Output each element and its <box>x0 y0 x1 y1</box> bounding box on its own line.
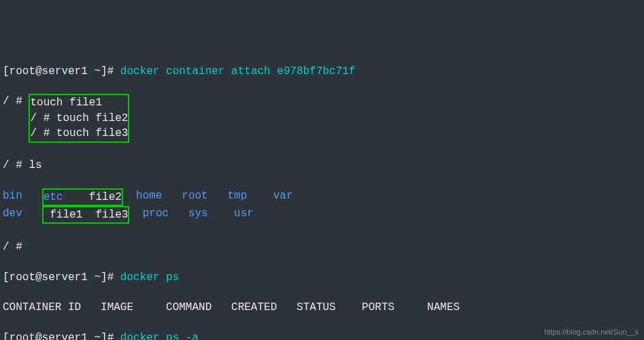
ls-dev: dev <box>3 207 22 220</box>
touch-file2: touch file2 <box>56 112 129 124</box>
ls-bin: bin <box>3 190 22 202</box>
files-box: etc file2 <box>42 188 123 206</box>
cmd-docker-ps: docker ps <box>120 271 179 284</box>
prompt-line-attach[interactable]: [root@server1 ~]# docker container attac… <box>3 64 641 79</box>
watermark: https://blog.csdn.net/Sun__s <box>544 327 639 337</box>
touch-file1: touch file1 <box>30 97 102 109</box>
cmd-ls: ls <box>29 159 41 171</box>
cmd-docker-ps-a: docker ps -a <box>120 332 199 340</box>
ps-header: CONTAINER ID IMAGE COMMAND CREATED STATU… <box>3 300 641 315</box>
touch-file3: touch file3 <box>56 127 129 139</box>
shell-prompt: / # <box>3 95 22 107</box>
shell-prompt-empty: / # <box>3 239 641 254</box>
cmd-attach: docker container attach e978bf7bc71f <box>120 65 356 78</box>
files-box2: file1 file3 <box>42 206 130 224</box>
touch-box: touch file1 / # touch file2 / # touch fi… <box>29 94 129 142</box>
